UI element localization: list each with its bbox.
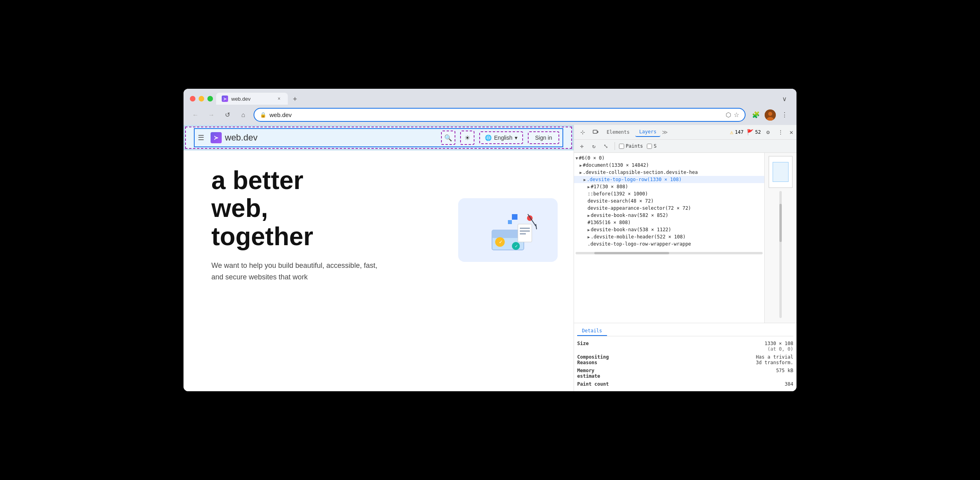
svg-rect-13 [518,224,532,242]
devtools-settings-button[interactable]: ⚙ [762,127,773,138]
paints-checkbox-input[interactable] [619,144,624,149]
search-button[interactable]: 🔍 [441,131,455,145]
title-bar: ≻ web.dev × + ∨ [184,89,796,105]
layer-item[interactable]: ▶ .devsite-mobile-header(522 × 108) [574,233,764,240]
hero-illustration: ✓ ✓ [458,198,558,262]
layer-label: #17(30 × 808) [591,184,628,189]
minimize-traffic-light[interactable] [199,96,204,101]
layer-label: devsite-book-nav(582 × 852) [591,213,668,218]
forward-button[interactable]: → [206,109,217,121]
more-tabs-button[interactable]: ≫ [662,129,668,135]
compositing-value: Has a trivial3d transform. [756,354,793,365]
layer-item-selected[interactable]: ▶ .devsite-top-logo-row(1330 × 108) [574,176,764,183]
details-panel: Details Size 1330 × 108 (at 0, 0) Compos… [574,323,796,391]
compositing-row: CompositingReasons Has a trivial3d trans… [577,353,793,367]
webdev-logo-text: web.dev [225,133,258,143]
layer-label-selected: .devsite-top-logo-row(1330 × 108) [587,177,681,182]
extensions-icon[interactable]: 🧩 [750,109,761,121]
warning-count[interactable]: ⚠ 147 [730,129,744,135]
layer-label: devsite-search(48 × 72) [588,198,654,204]
webpage-content: ⊞ div.devsite-top-logo-row 665 × 48 ☰ ≻ … [184,125,574,391]
error-count[interactable]: 🚩 52 [747,129,761,135]
layers-tree[interactable]: ▼ #6(0 × 0) ▶ #document(1330 × 14842) ▶ … [574,153,765,323]
devtools-more-button[interactable]: ⋮ [775,127,786,138]
address-bar[interactable]: 🔒 web.dev ⬡ ☆ [254,108,746,122]
layer-item[interactable]: ▶ .devsite-collapsible-section.devsite-h… [574,169,764,176]
hero-subtitle: We want to help you build beautiful, acc… [211,260,387,283]
layers-preview [765,153,796,323]
svg-rect-15 [520,230,530,232]
theme-button[interactable]: ☀ [460,131,474,145]
collapse-button[interactable]: ∨ [779,94,790,104]
inspect-element-button[interactable]: ⊹ [577,127,588,138]
hamburger-icon[interactable]: ☰ [198,133,204,142]
layer-item[interactable]: ▶ devsite-book-nav(538 × 1122) [574,226,764,233]
paints-checkbox[interactable]: Paints [619,143,643,149]
webdev-nav-inner: ☰ ≻ web.dev 🔍 ☀ [194,128,563,147]
layer-item[interactable]: ::before(1392 × 1000) [574,190,764,197]
globe-icon: 🌐 [485,135,492,141]
size-value: 1330 × 108 (at 0, 0) [765,341,793,352]
layer-item[interactable]: devsite-appearance-selector(72 × 72) [574,205,764,212]
memory-value: 575 kB [776,368,793,379]
layer-item[interactable]: #1365(16 × 808) [574,219,764,226]
new-tab-button[interactable]: + [289,94,301,105]
webdev-navbar: ⊞ div.devsite-top-logo-row 665 × 48 ☰ ≻ … [185,127,572,149]
close-traffic-light[interactable] [190,96,195,101]
arrow-icon: ▶ [580,163,582,168]
profile-avatar[interactable] [765,109,776,121]
devtools-panel: ⊹ Elements Layers ≫ ⚠ 147 🚩 52 [574,125,796,391]
layer-label: devsite-appearance-selector(72 × 72) [588,205,691,211]
traffic-lights [190,96,213,101]
layer-item[interactable]: devsite-search(48 × 72) [574,197,764,205]
svg-rect-16 [520,233,526,234]
signin-button[interactable]: Sign in [528,131,559,144]
layer-preview-box [769,156,793,188]
reload-button[interactable]: ↺ [222,109,233,121]
url-text: web.dev [269,111,722,118]
tab-favicon: ≻ [222,96,228,102]
layer-item[interactable]: ▶ #17(30 × 808) [574,183,764,190]
maximize-traffic-light[interactable] [207,96,213,101]
arrow-icon: ▶ [588,213,590,218]
arrow-icon: ▶ [588,228,590,232]
pan-button[interactable]: ✛ [577,141,587,151]
rotate-button[interactable]: ↻ [589,141,599,151]
tab-elements[interactable]: Elements [603,128,634,137]
slow-checkbox-input[interactable] [647,144,652,149]
slow-checkbox[interactable]: S [647,143,656,149]
screenshot-icon[interactable]: ⬡ [726,111,731,119]
omnibox-bar: ← → ↺ ⌂ 🔒 web.dev ⬡ ☆ 🧩 ⋮ [184,105,796,125]
scale-button[interactable]: ⤡ [601,141,611,151]
svg-text:✓: ✓ [499,239,503,245]
home-button[interactable]: ⌂ [238,109,249,121]
browser-tab[interactable]: ≻ web.dev × [216,93,288,105]
layer-label: #document(1330 × 14842) [583,162,649,168]
svg-text:✓: ✓ [515,244,518,248]
bookmark-icon[interactable]: ☆ [734,111,739,119]
layer-item[interactable]: ▶ #document(1330 × 14842) [574,162,764,169]
layer-root[interactable]: ▼ #6(0 × 0) [574,154,764,162]
layer-label: ::before(1392 × 1000) [588,191,648,197]
warning-icon: ⚠ [730,129,733,135]
layer-label: #1365(16 × 808) [588,220,631,225]
theme-icon: ☀ [465,134,470,142]
layer-item[interactable]: ▶ devsite-book-nav(582 × 852) [574,212,764,219]
back-button[interactable]: ← [190,109,201,121]
omnibox-actions: ⬡ ☆ [726,111,739,119]
hero-content: a better web, together We want to help y… [195,158,402,291]
tab-close-button[interactable]: × [276,96,282,102]
language-button[interactable]: 🌐 English ▾ [479,131,523,144]
chrome-menu-icon[interactable]: ⋮ [779,109,790,121]
main-area: ⊞ div.devsite-top-logo-row 665 × 48 ☰ ≻ … [184,125,796,391]
layer-preview-inner [773,162,789,182]
size-row: Size 1330 × 108 (at 0, 0) [577,340,793,353]
details-tab[interactable]: Details [577,326,607,336]
device-toolbar-button[interactable] [590,127,601,138]
layer-item[interactable]: .devsite-top-logo-row-wrapper-wrappe [574,240,764,248]
webdev-logo[interactable]: ≻ web.dev [211,132,258,143]
webdev-nav-actions: 🔍 ☀ 🌐 English ▾ Sign in [441,131,559,145]
devtools-close-button[interactable]: × [789,129,793,136]
toolbar-right: 🧩 ⋮ [750,109,790,121]
tab-layers[interactable]: Layers [635,127,660,137]
